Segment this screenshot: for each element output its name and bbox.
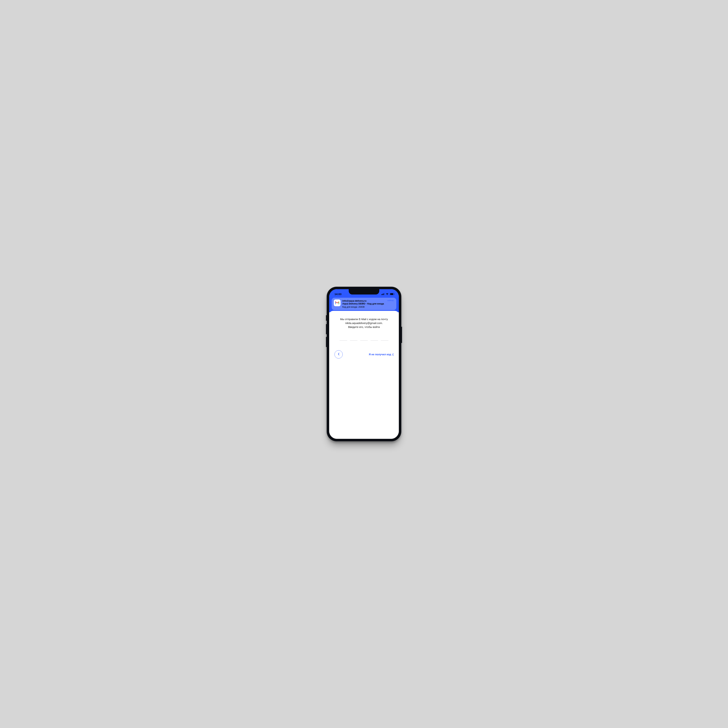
code-input-group (334, 340, 394, 341)
code-digit-3[interactable] (360, 340, 368, 341)
notification-time: сейчас (387, 299, 394, 301)
svg-rect-1 (382, 294, 383, 295)
cellular-signal-icon (381, 293, 385, 295)
volume-up-button (326, 324, 327, 334)
phone-screen: 14:03 (329, 289, 399, 439)
actions-row: Я не получил код :( (334, 350, 394, 358)
instruction-line: Введите его, чтобы войти (334, 325, 394, 329)
email-notification[interactable]: info@aqua-delivery.ru Aqua Delivery DEMO… (332, 298, 396, 310)
svg-rect-3 (384, 293, 385, 295)
svg-rect-2 (383, 294, 384, 295)
verification-screen: Мы отправили E-Mail с кодом на почту nik… (329, 311, 399, 439)
chevron-left-icon (338, 353, 340, 356)
power-button (401, 327, 402, 343)
notification-body: info@aqua-delivery.ru Aqua Delivery DEMO… (342, 300, 394, 308)
code-digit-5[interactable] (381, 340, 388, 341)
no-code-link[interactable]: Я не получил код :( (369, 353, 393, 356)
instruction-text: Мы отправили E-Mail с кодом на почту nik… (334, 317, 394, 329)
phone-frame: 14:03 (327, 287, 401, 441)
code-digit-2[interactable] (350, 340, 358, 341)
back-button[interactable] (335, 350, 343, 358)
notification-subject: Aqua Delivery DEMO - Код для входа (342, 302, 394, 305)
battery-icon (390, 293, 395, 295)
notification-sender: info@aqua-delivery.ru (342, 300, 394, 302)
mute-switch (326, 315, 327, 321)
svg-rect-5 (390, 293, 393, 295)
code-digit-1[interactable] (340, 340, 347, 341)
instruction-line: Мы отправили E-Mail с кодом на почту (334, 317, 394, 321)
status-icons (381, 293, 395, 295)
device-notch (349, 289, 379, 295)
gmail-icon (334, 300, 341, 306)
notification-preview: Код для входа: 20438 (342, 306, 394, 309)
code-digit-4[interactable] (370, 340, 378, 341)
instruction-email: nikita.aquadelivery@gmail.com. (334, 321, 394, 325)
wifi-icon (386, 293, 389, 295)
mockup-stage: 14:03 (265, 265, 463, 463)
svg-rect-6 (394, 294, 395, 295)
svg-rect-0 (381, 294, 382, 295)
status-time: 14:03 (335, 292, 341, 295)
volume-down-button (326, 337, 327, 347)
